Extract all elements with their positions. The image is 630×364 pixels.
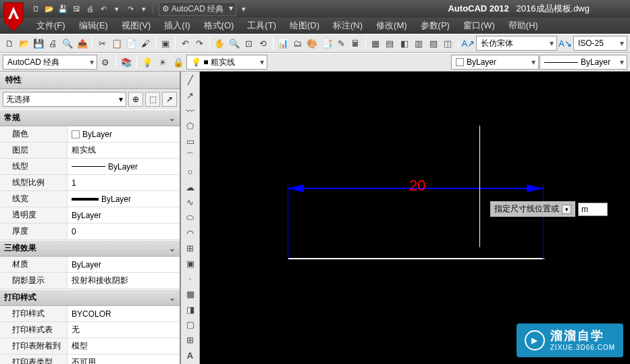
rectangle-icon[interactable]: ▭ <box>182 134 199 149</box>
menu-modify[interactable]: 修改(M) <box>369 18 414 34</box>
menu-insert[interactable]: 插入(I) <box>157 18 196 34</box>
cat-3deffects[interactable]: 三维效果⌄ <box>0 240 180 257</box>
hatch-icon[interactable]: ▦ <box>182 287 199 302</box>
gradient-icon[interactable]: ◨ <box>182 302 199 317</box>
circle-icon[interactable]: ○ <box>182 165 199 180</box>
cut-icon[interactable]: ✂ <box>95 36 109 51</box>
spline-icon[interactable]: ∿ <box>182 195 199 210</box>
prop-lineweight[interactable]: 线宽ByLayer <box>0 191 180 207</box>
dimstyle-dropdown[interactable]: ISO-25 <box>573 36 627 51</box>
arc-icon[interactable]: ⌒ <box>182 149 199 164</box>
table-icon[interactable]: ⊞ <box>182 333 199 348</box>
dropdown-icon[interactable]: ▾ <box>562 205 571 214</box>
prop-material[interactable]: 材质ByLayer <box>0 257 180 273</box>
qat-undo-dd-icon[interactable]: ▾ <box>111 3 123 15</box>
menu-format[interactable]: 格式(O) <box>197 18 241 34</box>
prop-transparency[interactable]: 透明度ByLayer <box>0 207 180 224</box>
qat-more-icon[interactable]: ▾ <box>238 3 250 15</box>
menu-dimension[interactable]: 标注(N) <box>326 18 369 34</box>
prop-plotattach[interactable]: 打印表附着到模型 <box>0 338 180 355</box>
selection-dropdown[interactable]: 无选择 <box>3 92 126 107</box>
qat-saveas-icon[interactable]: 🖫 <box>70 3 82 15</box>
block-icon[interactable]: ▣ <box>182 257 199 271</box>
dc-icon[interactable]: 🗂 <box>290 36 304 51</box>
prop-plotstyle[interactable]: 打印样式BYCOLOR <box>0 306 180 322</box>
layer-lock-icon[interactable]: 🔒 <box>171 55 186 70</box>
layer-freeze-icon[interactable]: ☀ <box>155 55 170 70</box>
redo-icon[interactable]: ↷ <box>193 36 207 51</box>
ws-gear-icon[interactable]: ⚙ <box>98 55 113 70</box>
ellipse-icon[interactable]: ⬭ <box>182 211 199 226</box>
pline-icon[interactable]: 〰 <box>182 103 199 118</box>
more1-icon[interactable]: ▦ <box>369 36 382 51</box>
tp-icon[interactable]: 🎨 <box>305 36 319 51</box>
xline-icon[interactable]: ↗ <box>182 88 199 103</box>
cat-general[interactable]: 常规⌄ <box>0 109 180 126</box>
copy-icon[interactable]: 📋 <box>109 36 123 51</box>
ssm-icon[interactable]: 📑 <box>319 36 333 51</box>
more6-icon[interactable]: ◫ <box>441 36 454 51</box>
save-icon[interactable]: 💾 <box>32 36 45 51</box>
open-icon[interactable]: 📂 <box>17 36 30 51</box>
more3-icon[interactable]: ◧ <box>398 36 411 51</box>
polygon-icon[interactable]: ⬠ <box>182 119 199 134</box>
layer-mgr-icon[interactable]: 📚 <box>119 55 134 70</box>
layer-dropdown[interactable]: 💡 ■ 粗实线 <box>186 55 267 70</box>
publish-icon[interactable]: 📤 <box>75 36 88 51</box>
insert-icon[interactable]: ⊞ <box>182 241 199 256</box>
more5-icon[interactable]: ▨ <box>427 36 440 51</box>
prop-linetype[interactable]: 线型ByLayer <box>0 159 180 175</box>
region-icon[interactable]: ▢ <box>182 317 199 332</box>
zoom-rt-icon[interactable]: 🔍 <box>228 36 241 51</box>
pickadd-icon[interactable]: ↗ <box>162 92 177 107</box>
line-icon[interactable]: ╱ <box>182 73 199 88</box>
ellipsearc-icon[interactable]: ◠ <box>182 226 199 240</box>
workspace-dropdown[interactable]: AutoCAD 经典 <box>3 55 97 70</box>
menu-parametric[interactable]: 参数(P) <box>414 18 456 34</box>
zoom-prev-icon[interactable]: ⟲ <box>257 36 270 51</box>
mtext-icon[interactable]: A <box>182 348 199 363</box>
prop-color[interactable]: 颜色ByLayer <box>0 126 180 142</box>
menu-window[interactable]: 窗口(W) <box>456 18 502 34</box>
zoom-win-icon[interactable]: ⊡ <box>242 36 255 51</box>
prop-layer[interactable]: 图层粗实线 <box>0 142 180 159</box>
new-icon[interactable]: 🗋 <box>3 36 16 51</box>
pan-icon[interactable]: ✋ <box>213 36 226 51</box>
linetype-dropdown[interactable]: ByLayer <box>540 55 627 70</box>
prop-thickness[interactable]: 厚度0 <box>0 224 180 240</box>
cat-plotstyle[interactable]: 打印样式⌄ <box>0 289 180 306</box>
preview-icon[interactable]: 🔍 <box>61 36 74 51</box>
menu-view[interactable]: 视图(V) <box>115 18 157 34</box>
layer-state-icon[interactable]: 💡 <box>140 55 155 70</box>
color-dropdown[interactable]: ByLayer <box>451 55 539 70</box>
qat-undo-icon[interactable]: ↶ <box>97 3 109 15</box>
drawing-canvas[interactable]: 20 指定尺寸线位置或▾ ▶ 溜溜自学 ZIXUE.3D66.COM <box>200 72 630 364</box>
point-icon[interactable]: · <box>182 271 199 286</box>
props-icon[interactable]: 📊 <box>276 36 290 51</box>
annot2-icon[interactable]: A↘ <box>558 36 573 51</box>
plot-icon[interactable]: 🖨 <box>46 36 59 51</box>
match-icon[interactable]: 🖌 <box>138 36 152 51</box>
prop-plottable[interactable]: 打印样式表无 <box>0 322 180 338</box>
markup-icon[interactable]: ✎ <box>334 36 348 51</box>
textstyle-dropdown[interactable]: 长仿宋体 <box>476 36 557 51</box>
more2-icon[interactable]: ▤ <box>383 36 396 51</box>
annot-icon[interactable]: A↗ <box>461 36 476 51</box>
selectobj-icon[interactable]: ⬚ <box>145 92 160 107</box>
undo-icon[interactable]: ↶ <box>178 36 192 51</box>
qat-save-icon[interactable]: 💾 <box>57 3 69 15</box>
menu-tools[interactable]: 工具(T) <box>240 18 283 34</box>
block-icon[interactable]: ▣ <box>159 36 172 51</box>
qat-open-icon[interactable]: 📂 <box>43 3 55 15</box>
menu-edit[interactable]: 编辑(E) <box>72 18 115 34</box>
qat-plot-icon[interactable]: 🖨 <box>84 3 96 15</box>
prop-plottype[interactable]: 打印表类型不可用 <box>0 355 180 364</box>
quickselect-icon[interactable]: ⊕ <box>128 92 143 107</box>
more4-icon[interactable]: ▥ <box>412 36 425 51</box>
app-logo[interactable] <box>1 1 26 38</box>
workspace-switcher[interactable]: ⚙ AutoCAD 经典 <box>159 2 236 16</box>
prop-shadow[interactable]: 阴影显示投射和接收阴影 <box>0 273 180 289</box>
qat-redo-dd-icon[interactable]: ▾ <box>138 3 150 15</box>
paste-icon[interactable]: 📄 <box>124 36 138 51</box>
qat-new-icon[interactable]: 🗋 <box>30 3 42 15</box>
